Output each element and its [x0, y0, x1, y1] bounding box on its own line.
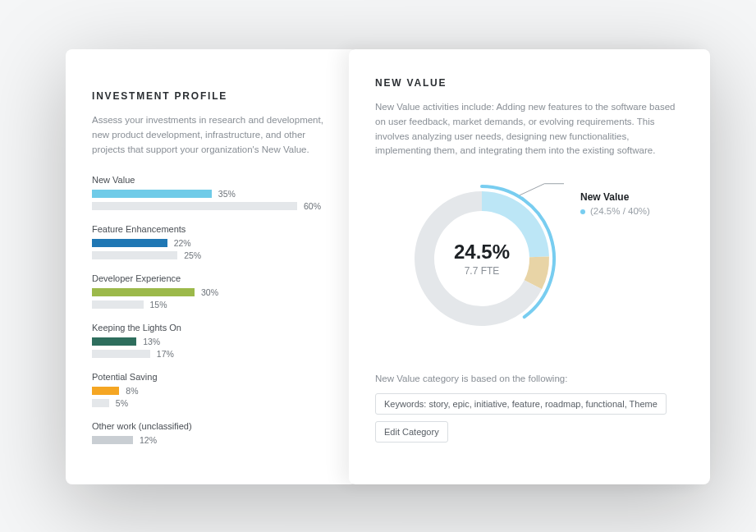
bar-actual-row: 35% [92, 189, 331, 199]
bar-target-row: 17% [92, 349, 331, 359]
new-value-title: NEW VALUE [375, 77, 684, 89]
bar-target-value: 25% [184, 250, 201, 260]
bar-group: Feature Enhancements22%25% [92, 224, 331, 260]
legend-dot-icon [580, 209, 585, 214]
bar-actual-value: 13% [143, 337, 160, 346]
bar-actual-row: 30% [92, 287, 331, 297]
bar-actual-row: 12% [92, 435, 331, 445]
donut-legend-sub: (24.5% / 40%) [580, 206, 650, 216]
bar-target-row: 60% [92, 201, 331, 211]
dashboard-canvas: INVESTMENT PROFILE Assess your investmen… [66, 49, 710, 484]
bar-target [92, 350, 150, 358]
category-based-on-text: New Value category is based on the follo… [375, 374, 684, 383]
bar-label: New Value [92, 175, 331, 185]
bar-group: Developer Experience30%15% [92, 273, 331, 310]
investment-profile-panel: INVESTMENT PROFILE Assess your investmen… [66, 49, 357, 484]
bar-actual [92, 436, 133, 444]
bar-actual-row: 8% [92, 386, 331, 396]
donut-chart: 24.5% 7.7 FTE New Value (24.5% / 40%) [375, 177, 684, 365]
donut-slice [482, 191, 549, 257]
bar-label: Other work (unclassified) [92, 421, 331, 431]
keywords-chip[interactable]: Keywords: story, epic, initiative, featu… [375, 393, 667, 415]
bar-group: New Value35%60% [92, 175, 331, 211]
donut-svg [400, 177, 564, 341]
bar-label: Feature Enhancements [92, 224, 331, 234]
investment-bars: New Value35%60%Feature Enhancements22%25… [92, 175, 331, 445]
donut-legend: New Value (24.5% / 40%) [580, 191, 650, 216]
new-value-desc: New Value activities include: Adding new… [375, 100, 684, 158]
bar-actual-row: 22% [92, 238, 331, 248]
bar-group: Potential Saving8%5% [92, 372, 331, 408]
bar-actual [92, 239, 167, 247]
bar-target-value: 15% [150, 300, 167, 310]
donut-legend-title: New Value [580, 191, 650, 203]
bar-target-row: 25% [92, 250, 331, 260]
bar-target [92, 251, 177, 259]
bar-target [92, 300, 144, 309]
bar-group: Other work (unclassified)12% [92, 421, 331, 445]
bar-actual [92, 337, 136, 346]
investment-profile-desc: Assess your investments in research and … [92, 113, 331, 157]
bar-target-value: 60% [304, 201, 321, 211]
bar-actual-value: 35% [218, 189, 236, 199]
bar-label: Potential Saving [92, 372, 331, 382]
new-value-panel: NEW VALUE New Value activities include: … [349, 49, 710, 484]
bar-actual-value: 30% [201, 287, 218, 297]
bar-actual [92, 190, 212, 198]
bar-target-row: 15% [92, 300, 331, 310]
bar-actual [92, 387, 119, 395]
donut-legend-values: (24.5% / 40%) [590, 206, 650, 216]
bar-target [92, 202, 297, 210]
investment-profile-title: INVESTMENT PROFILE [92, 90, 331, 102]
bar-target [92, 399, 109, 407]
bar-label: Keeping the Lights On [92, 323, 331, 332]
bar-group: Keeping the Lights On13%17% [92, 323, 331, 359]
bar-label: Developer Experience [92, 273, 331, 283]
edit-category-button[interactable]: Edit Category [375, 421, 448, 443]
category-chips: Keywords: story, epic, initiative, featu… [375, 393, 684, 449]
bar-target-value: 17% [157, 349, 174, 359]
bar-actual [92, 288, 195, 296]
donut-leader-line [520, 184, 564, 195]
bar-target-row: 5% [92, 398, 331, 408]
bar-actual-value: 22% [174, 238, 191, 248]
bar-actual-value: 8% [126, 386, 138, 396]
bar-actual-row: 13% [92, 337, 331, 346]
bar-target-value: 5% [116, 398, 128, 408]
bar-actual-value: 12% [140, 435, 157, 445]
